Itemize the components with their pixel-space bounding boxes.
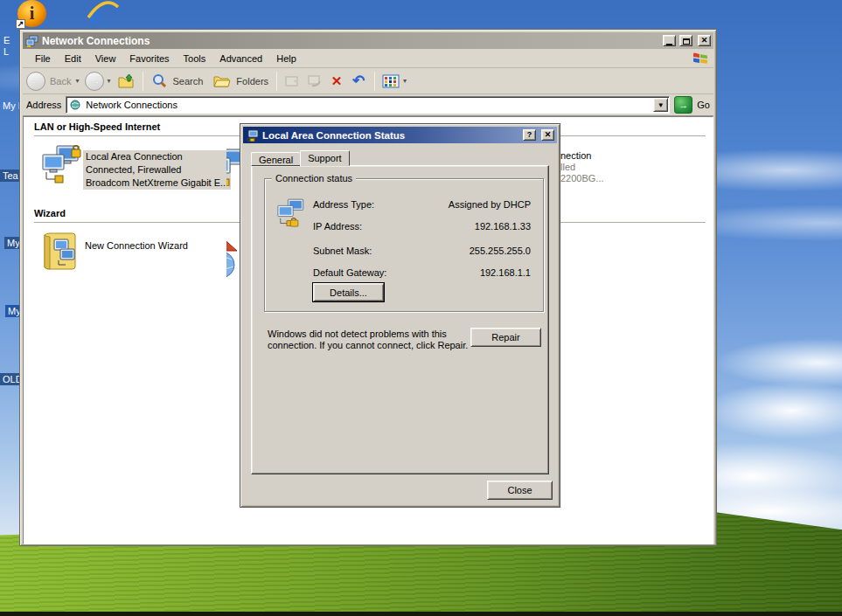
create-shortcut-icon[interactable]	[283, 72, 303, 91]
address-dropdown-icon[interactable]: ▼	[653, 98, 668, 112]
default-gateway-value: 192.168.1.1	[480, 267, 531, 278]
close-button[interactable]: ✕	[698, 35, 711, 46]
forward-dropdown-icon[interactable]: ▾	[107, 77, 110, 85]
connection-title[interactable]: Local Area Connection	[83, 150, 231, 163]
local-area-connection-icon[interactable]	[39, 144, 83, 186]
address-value: Network Connections	[86, 100, 177, 110]
folders-label[interactable]: Folders	[234, 76, 270, 87]
address-type-label: Address Type:	[313, 199, 374, 210]
groupbox-label: Connection status	[272, 173, 356, 183]
menu-favorites[interactable]: Favorites	[122, 51, 176, 66]
delete-icon[interactable]: ✕	[327, 72, 346, 91]
windows-logo-icon	[688, 50, 712, 67]
new-connection-wizard-label[interactable]: New Connection Wizard	[85, 240, 188, 251]
default-gateway-label: Default Gateway:	[313, 267, 386, 278]
views-icon[interactable]	[381, 72, 400, 91]
back-dropdown-icon[interactable]: ▾	[75, 77, 79, 85]
shortcut-arrow-icon: ↗	[16, 19, 25, 29]
search-label[interactable]: Search	[171, 76, 205, 87]
details-button[interactable]: Details...	[313, 283, 384, 301]
desktop-shortcut-info-icon[interactable]: i ↗	[17, 0, 46, 27]
connection-status-icon	[275, 195, 307, 233]
address-label: Address	[26, 100, 61, 110]
connection-status: Connected, Firewalled	[83, 163, 231, 176]
address-page-icon	[70, 100, 82, 111]
maximize-button[interactable]	[679, 35, 692, 46]
toolbar: ← Back ▾ → ▾ Search Folders	[23, 68, 713, 94]
network-connections-window-icon	[25, 35, 38, 47]
toolbar-separator	[276, 72, 277, 91]
new-connection-wizard-icon[interactable]	[39, 232, 81, 273]
help-button[interactable]: ?	[523, 129, 536, 141]
lan-status-dialog: Local Area Connection Status ? ✕ General…	[240, 123, 560, 508]
toolbar-separator	[143, 72, 143, 91]
dialog-titlebar[interactable]: Local Area Connection Status ? ✕	[243, 127, 557, 143]
repair-description: Windows did not detect problems with thi…	[268, 329, 473, 351]
desktop-icon-label-fragment: E	[1, 34, 12, 46]
support-tab-panel: Connection status Address Type: Assigned…	[251, 165, 549, 474]
connection-status-fragment: lled	[560, 162, 604, 173]
connection-title-fragment: nection	[560, 150, 604, 162]
change-settings-icon[interactable]	[305, 72, 324, 91]
connection-status-groupbox: Connection status Address Type: Assigned…	[264, 178, 544, 312]
dialog-connection-icon	[246, 129, 259, 142]
go-button-icon[interactable]: →	[674, 96, 692, 114]
up-folder-icon[interactable]	[117, 72, 136, 91]
folders-icon[interactable]	[212, 72, 232, 91]
subnet-mask-value: 255.255.255.0	[470, 246, 531, 256]
dialog-close-x-button[interactable]: ✕	[541, 129, 554, 141]
local-area-connection-item[interactable]: Local Area Connection Connected, Firewal…	[83, 150, 231, 190]
minimize-button[interactable]	[663, 35, 676, 46]
second-connection-icon-partial[interactable]	[226, 148, 240, 186]
address-input[interactable]: Network Connections ▼	[66, 96, 670, 114]
menu-file[interactable]: File	[28, 51, 58, 66]
ip-address-label: IP Address:	[313, 221, 362, 232]
views-dropdown-icon[interactable]: ▾	[403, 77, 407, 85]
menu-tools[interactable]: Tools	[177, 51, 213, 66]
toolbar-separator	[374, 72, 375, 91]
address-bar: Address Network Connections ▼ → Go	[23, 94, 713, 116]
menu-help[interactable]: Help	[269, 51, 303, 66]
dialog-tabs: General Support	[251, 150, 557, 166]
rename-undo-icon[interactable]: ↷	[349, 72, 368, 91]
go-label[interactable]: Go	[697, 100, 710, 110]
dialog-title: Local Area Connection Status	[262, 130, 519, 141]
menu-bar: File Edit View Favorites Tools Advanced …	[23, 49, 713, 68]
desktop-icon-label-fragment: L	[1, 45, 11, 58]
window-title: Network Connections	[42, 35, 659, 47]
subnet-mask-label: Subnet Mask:	[313, 246, 372, 256]
internet-explorer-icon[interactable]: e	[87, 0, 122, 26]
back-icon[interactable]: ←	[26, 72, 45, 91]
screen-bottom-edge	[0, 612, 842, 616]
repair-button[interactable]: Repair	[470, 328, 541, 347]
network-setup-wizard-icon-partial[interactable]	[226, 235, 240, 280]
forward-icon[interactable]: →	[85, 72, 104, 91]
connection-device: Broadcom NetXtreme Gigabit E...	[83, 176, 231, 190]
menu-view[interactable]: View	[88, 51, 123, 66]
search-icon[interactable]	[150, 72, 169, 91]
desktop-icon-label[interactable]: Tea	[0, 170, 21, 182]
address-type-value: Assigned by DHCP	[449, 199, 531, 210]
close-button-dialog[interactable]: Close	[487, 481, 553, 500]
tab-support[interactable]: Support	[300, 150, 350, 166]
connection-device-fragment: 2200BG...	[560, 173, 604, 184]
menu-edit[interactable]: Edit	[58, 51, 88, 66]
second-connection-text-partial: nection lled 2200BG...	[560, 150, 604, 184]
menu-advanced[interactable]: Advanced	[212, 51, 269, 66]
back-label[interactable]: Back	[48, 76, 73, 87]
window-titlebar[interactable]: Network Connections ✕	[23, 32, 713, 49]
ip-address-value: 192.168.1.33	[475, 221, 531, 232]
tab-general[interactable]: General	[251, 152, 300, 166]
